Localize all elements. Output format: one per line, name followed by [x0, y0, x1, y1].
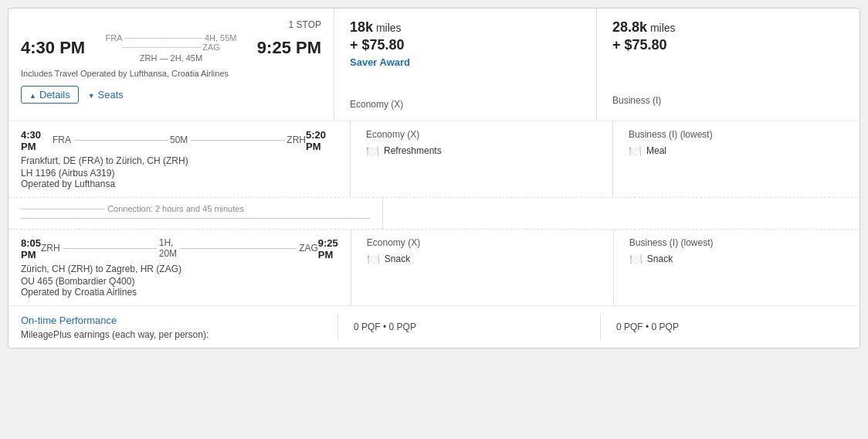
connection-dashes1: ────────────── [21, 204, 105, 213]
seg2-economy-meal-label: Snack [385, 254, 410, 264]
segment1-left: 4:30 PM FRA ──────────────── 50M ───────… [8, 121, 350, 197]
meal-icon-4: 🍽️ [629, 253, 643, 265]
economy-cash: + $75.80 [350, 37, 581, 53]
meal-icon-1: 🍽️ [366, 145, 379, 157]
segment2-header: 8:05 PM ZRH ──────────────── 1H, 20M ───… [21, 237, 338, 260]
seg1-flight-number: LH 1196 (Airbus A319) [21, 168, 337, 179]
arrive-time: 9:25 PM [257, 38, 321, 58]
seg1-business-meal-label: Meal [646, 145, 666, 156]
economy-miles: 18k [350, 19, 373, 35]
action-buttons: Details Seats [21, 86, 321, 104]
meal-icon-2: 🍽️ [629, 145, 642, 157]
flight-summary-left: 1 STOP 4:30 PM FRA ─────────────── 4H, 5… [8, 9, 334, 121]
economy-miles-line: 18k miles [350, 19, 581, 36]
footer-left: On-time Performance MileagePlus earnings… [21, 315, 337, 340]
business-cash: + $75.80 [612, 37, 844, 53]
business-miles: 28.8k [612, 19, 647, 35]
seg2-business-cabin: Business (I) (lowest) 🍽️ Snack [613, 230, 860, 305]
seats-link[interactable]: Seats [88, 89, 124, 100]
connection-row: ────────────── Connection: 2 hours and 4… [8, 197, 860, 230]
seg1-arrive-time: 5:20 PM [306, 129, 337, 152]
chevron-up-icon [29, 89, 36, 100]
details-button[interactable]: Details [21, 86, 79, 104]
seg2-route: ZRH ──────────────── 1H, 20M ───────────… [41, 237, 318, 259]
seg2-business-label: Business (I) (lowest) [629, 237, 845, 248]
seg1-economy-cabin: Economy (X) 🍽️ Refreshments [350, 121, 612, 197]
connection-text: Connection: 2 hours and 45 minutes [107, 204, 244, 213]
footer-row: On-time Performance MileagePlus earnings… [8, 305, 860, 348]
seg1-economy-meal: 🍽️ Refreshments [366, 145, 597, 157]
flight-card: 1 STOP 4:30 PM FRA ─────────────── 4H, 5… [8, 8, 860, 349]
seg1-route-label: Frankfurt, DE (FRA) to Zürich, CH (ZRH) [21, 155, 337, 166]
route-line: FRA ─────────────── 4H, 55M ────────────… [91, 33, 251, 63]
seg2-economy-meal: 🍽️ Snack [367, 253, 598, 265]
seg1-route: FRA ──────────────── 50M ───────────────… [53, 129, 306, 151]
operated-by-text: Includes Travel Operated by Lufthansa, C… [21, 69, 321, 78]
footer-business-earnings: 0 PQF • 0 PQP [600, 314, 847, 340]
business-miles-line: 28.8k miles [612, 19, 844, 36]
seg1-depart-time: 4:30 PM [21, 129, 53, 152]
segment2-left: 8:05 PM ZRH ──────────────── 1H, 20M ───… [8, 230, 351, 305]
on-time-link[interactable]: On-time Performance [21, 315, 117, 326]
economy-award-label: Saver Award [350, 56, 581, 68]
seg1-economy-meal-label: Refreshments [384, 145, 442, 156]
business-cabin: Business (I) [612, 95, 844, 106]
seg1-business-cabin: Business (I) (lowest) 🍽️ Meal [612, 121, 860, 197]
economy-miles-label: miles [376, 22, 402, 34]
segment1-row: 4:30 PM FRA ──────────────── 50M ───────… [8, 121, 860, 197]
seg2-flight-number: OU 465 (Bombardier Q400) [21, 276, 338, 287]
segment1-header: 4:30 PM FRA ──────────────── 50M ───────… [21, 129, 337, 152]
chevron-down-icon [88, 89, 95, 100]
meal-icon-3: 🍽️ [367, 253, 380, 265]
connection-right-spacer [382, 197, 860, 230]
seg2-depart-time: 8:05 PM [21, 237, 41, 260]
stop-label: 1 STOP [21, 19, 321, 30]
business-miles-label: miles [650, 22, 676, 34]
seg2-route-label: Zürich, CH (ZRH) to Zagreb, HR (ZAG) [21, 264, 338, 274]
depart-time: 4:30 PM [21, 38, 85, 58]
times-row: 4:30 PM FRA ─────────────── 4H, 55M ────… [21, 33, 321, 63]
business-earnings-value: 0 PQF • 0 PQP [616, 322, 679, 332]
flight-summary-row: 1 STOP 4:30 PM FRA ─────────────── 4H, 5… [8, 9, 860, 121]
seg1-business-meal: 🍽️ Meal [629, 145, 844, 157]
earnings-label: MileagePlus earnings (each way, per pers… [21, 329, 337, 340]
economy-cabin: Economy (X) [350, 99, 581, 110]
seg2-business-meal: 🍽️ Snack [629, 253, 845, 265]
economy-price-col: 18k miles + $75.80 Saver Award Economy (… [334, 9, 597, 121]
seg2-economy-label: Economy (X) [367, 237, 598, 248]
segment2-row: 8:05 PM ZRH ──────────────── 1H, 20M ───… [8, 230, 860, 305]
seg1-operated: Operated by Lufthansa [21, 179, 337, 189]
seg2-arrive-time: 9:25 PM [318, 237, 338, 260]
business-price-col: 28.8k miles + $75.80 Business (I) [597, 9, 860, 121]
seg1-business-label: Business (I) (lowest) [629, 129, 844, 140]
layover-detail: ZRH — 2H, 45M [91, 53, 251, 63]
footer-economy-earnings: 0 PQF • 0 PQP [337, 314, 600, 340]
origin-airport: FRA ─────────────── 4H, 55M ────────────… [91, 33, 251, 52]
seg2-business-meal-label: Snack [647, 254, 673, 264]
connection-label: ────────────── Connection: 2 hours and 4… [8, 197, 382, 230]
economy-earnings-value: 0 PQF • 0 PQP [354, 322, 416, 332]
seg2-economy-cabin: Economy (X) 🍽️ Snack [351, 230, 613, 305]
connection-dashes2: ────────────────────────────────────────… [21, 213, 370, 223]
seg1-economy-label: Economy (X) [366, 129, 597, 140]
seg2-operated: Operated by Croatia Airlines [21, 287, 338, 298]
